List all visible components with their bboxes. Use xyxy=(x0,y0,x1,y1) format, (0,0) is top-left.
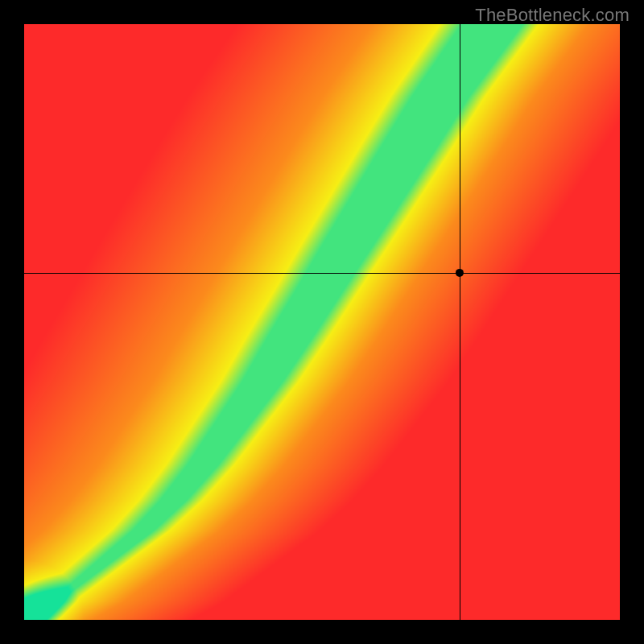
heatmap-canvas xyxy=(24,24,620,620)
heatmap-plot xyxy=(24,24,620,620)
watermark-text: TheBottleneck.com xyxy=(475,5,630,26)
chart-frame: TheBottleneck.com xyxy=(0,0,644,644)
